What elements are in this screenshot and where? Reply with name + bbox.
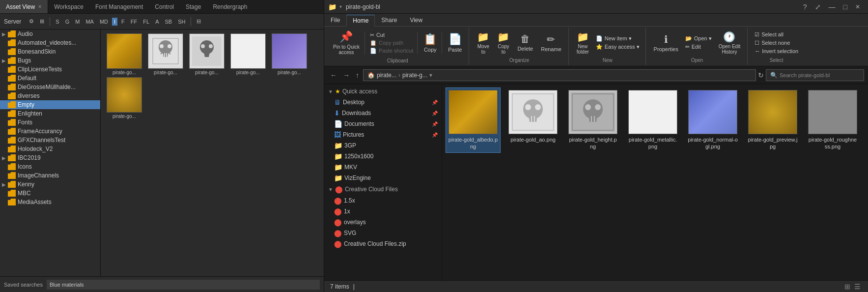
btn-S[interactable]: S (54, 18, 61, 26)
search-box[interactable]: 🔍 Search pirate-gold-bl (766, 69, 864, 81)
select-all-button[interactable]: ☑ Select all (753, 31, 800, 38)
minimize-button[interactable]: — (825, 0, 840, 14)
btn-A[interactable]: A (153, 18, 161, 26)
toolbar-settings-btn[interactable]: ⚙ (27, 17, 36, 26)
help-button[interactable]: ? (799, 0, 811, 14)
tab-asset-view[interactable]: Asset View ✕ (0, 0, 48, 13)
tree-item-default[interactable]: Default (0, 74, 100, 83)
btn-SH[interactable]: SH (176, 18, 187, 26)
grid-view-button[interactable]: ⊞ (843, 283, 852, 291)
tree-item-mbc[interactable]: MBC (0, 189, 100, 198)
open-button[interactable]: 📂 Open ▾ (683, 35, 714, 42)
properties-button[interactable]: ℹ Properties (651, 32, 681, 53)
sidebar-item-pictures[interactable]: 🖼 Pictures 📌 (324, 129, 442, 140)
address-path[interactable]: 🏠 pirate... › pirate-g... ▾ (363, 69, 756, 81)
tree-item-media[interactable]: MediaAssets (0, 198, 100, 206)
tree-item-clip[interactable]: ClipLicenseTests (0, 65, 100, 74)
invert-selection-button[interactable]: ↔ Invert selection (753, 48, 800, 55)
expand-button[interactable]: ⤢ (811, 0, 825, 14)
list-view-button[interactable]: ☰ (853, 283, 862, 291)
thumb-item-2[interactable]: pirate-go... (187, 33, 226, 75)
tree-item-empty[interactable]: Empty (0, 100, 100, 109)
tree-item-gfx[interactable]: GFXChannelsTest (0, 136, 100, 145)
open-edit-history-button[interactable]: 🕐 Open EditHistory (716, 30, 743, 56)
pin-to-quick-access-button[interactable]: 📌 Pin to Quick access (330, 29, 363, 56)
rename-button[interactable]: ✏ Rename (538, 32, 564, 53)
tab-close-icon[interactable]: ✕ (38, 4, 42, 9)
tree-item-ibc[interactable]: ▶IBC2019 (0, 153, 100, 162)
btn-I[interactable]: I (112, 18, 117, 26)
sidebar-item-desktop[interactable]: 🖥 Desktop 📌 (324, 97, 442, 108)
btn-F[interactable]: F (119, 18, 127, 26)
sidebar-item-documents[interactable]: 📄 Documents 📌 (324, 118, 442, 129)
tree-item-automated[interactable]: Automated_videotes... (0, 38, 100, 47)
btn-G[interactable]: G (63, 18, 72, 26)
forward-button[interactable]: → (341, 70, 352, 80)
btn-M[interactable]: M (73, 18, 82, 26)
file-item-height[interactable]: pirate-gold_height.png (566, 88, 620, 152)
new-item-button[interactable]: 📄 New item ▾ (594, 35, 642, 42)
tab-workspace[interactable]: Workspace (48, 1, 89, 12)
btn-FF[interactable]: FF (129, 18, 139, 26)
file-item-normal[interactable]: pirate-gold_normal-ogl.png (686, 88, 740, 152)
cc-header[interactable]: ▼ ⬤ Creative Cloud Files (324, 183, 442, 195)
tree-item-icons[interactable]: Icons (0, 162, 100, 171)
select-none-button[interactable]: ☐ Select none (753, 39, 800, 47)
easy-access-button[interactable]: ⭐ Easy access ▾ (594, 43, 642, 51)
tree-item-enlighten[interactable]: Enlighten (0, 109, 100, 118)
thumb-item-0[interactable]: pirate-go... (105, 33, 144, 75)
tab-rendergraph[interactable]: Rendergraph (207, 1, 253, 12)
close-button[interactable]: ✕ (851, 0, 864, 14)
maximize-button[interactable]: □ (840, 0, 851, 14)
paste-button[interactable]: 📄 Paste (445, 32, 465, 54)
tree-item-bugs[interactable]: ▶Bugs (0, 56, 100, 65)
cc-item-1x[interactable]: ⬤ 1x (324, 206, 442, 217)
back-button[interactable]: ← (328, 70, 339, 80)
btn-FL[interactable]: FL (141, 18, 151, 26)
edit-button[interactable]: ✏ Edit (683, 43, 714, 51)
tree-item-holodeck[interactable]: Holodeck_V2 (0, 145, 100, 153)
file-item-albedo[interactable]: pirate-gold_albedo.png (446, 88, 500, 152)
tree-item-bones[interactable]: BonesandSkin (0, 47, 100, 56)
ribbon-tab-share[interactable]: Share (375, 14, 403, 26)
thumb-item-1[interactable]: pirate-go... (146, 33, 185, 75)
tree-item-kenny[interactable]: ▶Kenny (0, 180, 100, 189)
up-button[interactable]: ↑ (354, 70, 361, 80)
sidebar-item-mkv[interactable]: 📁 MKV (324, 162, 442, 173)
cc-item-overlays[interactable]: ⬤ overlays (324, 217, 442, 228)
ribbon-tab-home[interactable]: Home (346, 15, 375, 27)
copy-to-button[interactable]: 📁 Copyto (494, 30, 512, 56)
toolbar-nav-btn[interactable]: ⊞ (38, 17, 46, 26)
btn-MD[interactable]: MD (98, 18, 110, 26)
ribbon-tab-view[interactable]: View (403, 14, 429, 26)
sidebar-item-downloads[interactable]: ⬇ Downloads 📌 (324, 108, 442, 118)
delete-button[interactable]: 🗑 Delete (514, 32, 536, 53)
thumb-item-4[interactable]: pirate-go... (270, 33, 309, 75)
refresh-button[interactable]: ↻ (758, 71, 764, 79)
saved-searches-input[interactable] (47, 280, 320, 290)
sidebar-item-vizengine[interactable]: 📁 VizEngine (324, 173, 442, 183)
ribbon-tab-file[interactable]: File (324, 14, 346, 26)
move-to-button[interactable]: 📁 Moveto (474, 30, 492, 56)
cut-button[interactable]: ✂ Cut (368, 31, 415, 39)
sidebar-item-1250[interactable]: 📁 1250x1600 (324, 151, 442, 162)
cc-item-1-5x[interactable]: ⬤ 1.5x (324, 195, 442, 206)
copy-button[interactable]: 📋 Copy (420, 32, 440, 54)
btn-filter[interactable]: ⊟ (195, 17, 203, 26)
tab-stage[interactable]: Stage (180, 1, 207, 12)
btn-SB[interactable]: SB (163, 18, 174, 26)
tree-item-image[interactable]: ImageChannels (0, 171, 100, 180)
thumb-item-5[interactable]: pirate-go... (105, 77, 144, 119)
btn-MA[interactable]: MA (84, 18, 96, 26)
tree-item-fonts[interactable]: Fonts (0, 118, 100, 127)
thumb-item-3[interactable]: pirate-go... (228, 33, 268, 75)
cc-item-svg[interactable]: ⬤ SVG (324, 228, 442, 238)
tree-item-diverses[interactable]: diverses (0, 91, 100, 100)
paste-shortcut-button[interactable]: 📄 Paste shortcut (368, 47, 415, 55)
quick-access-header[interactable]: ▼ ★ Quick access (324, 86, 442, 97)
file-item-ao[interactable]: pirate-gold_ao.png (506, 88, 560, 152)
new-folder-button[interactable]: 📁 Newfolder (574, 30, 592, 56)
tree-item-audio[interactable]: ▶Audio (0, 29, 100, 38)
file-item-preview[interactable]: pirate-gold_preview.jpg (746, 88, 800, 152)
copy-path-button[interactable]: 📋 Copy path (368, 39, 415, 47)
